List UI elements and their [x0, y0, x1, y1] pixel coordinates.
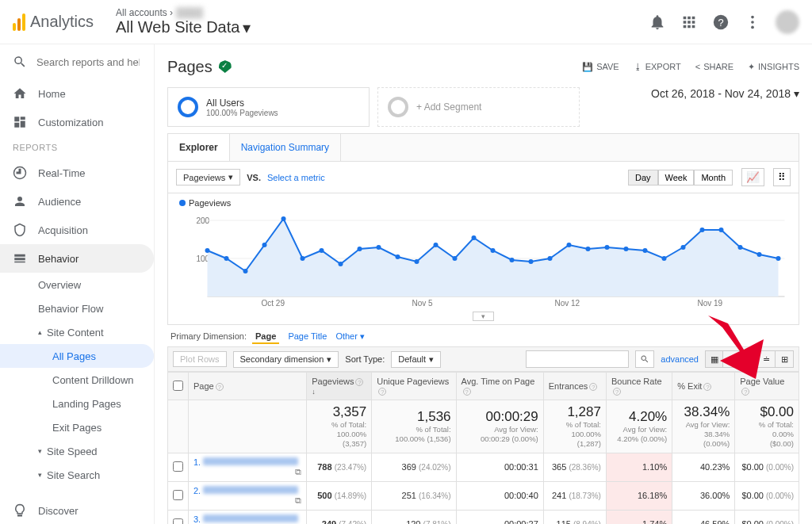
nav-site-speed[interactable]: ▾Site Speed: [0, 439, 154, 463]
table-search-input[interactable]: [526, 350, 629, 368]
cell-page[interactable]: 2. ⧉: [189, 481, 307, 510]
secondary-dimension-dropdown[interactable]: Secondary dimension ▾: [233, 351, 339, 368]
view-pie-icon[interactable]: ◔: [723, 351, 741, 367]
product-logo[interactable]: Analytics: [13, 13, 94, 31]
page-path-redacted: [203, 457, 298, 465]
dim-page-title[interactable]: Page Title: [288, 331, 327, 341]
apps-grid-icon[interactable]: [680, 13, 698, 31]
help-icon[interactable]: ?: [378, 388, 386, 396]
view-comparison-icon[interactable]: ≐: [758, 351, 776, 367]
help-icon[interactable]: ?: [463, 388, 471, 396]
granularity-month[interactable]: Month: [694, 170, 733, 186]
view-table-icon[interactable]: ▦: [706, 351, 723, 367]
cell-pagevalue: $0.00 (0.00%): [735, 510, 799, 524]
sort-type-dropdown[interactable]: Default ▾: [391, 351, 441, 368]
nav-behavior[interactable]: Behavior: [0, 244, 154, 273]
col-page[interactable]: Page?: [189, 373, 307, 400]
row-checkbox[interactable]: [173, 518, 183, 524]
user-avatar[interactable]: [776, 10, 799, 34]
chart-type-motion-icon[interactable]: ⠿: [773, 168, 791, 186]
breadcrumb[interactable]: All accounts › ████ All Web Site Data ▾: [116, 7, 251, 37]
table-row[interactable]: 1. ⧉788 (23.47%)369 (24.02%)00:00:31365 …: [168, 453, 799, 481]
view-performance-icon[interactable]: ≡: [741, 351, 758, 367]
nav-audience[interactable]: Audience: [0, 187, 154, 216]
nav-home[interactable]: Home: [0, 79, 154, 108]
dim-other[interactable]: Other ▾: [335, 331, 365, 341]
nav-all-pages[interactable]: All Pages: [0, 344, 154, 368]
date-range-picker[interactable]: Oct 26, 2018 - Nov 24, 2018 ▾: [651, 87, 799, 100]
col-pagevalue[interactable]: Page Value?: [735, 373, 799, 400]
col-checkbox: [168, 373, 189, 400]
granularity-week[interactable]: Week: [658, 170, 695, 186]
nav-landing-pages[interactable]: Landing Pages: [0, 392, 154, 415]
help-icon[interactable]: ?: [216, 383, 224, 391]
nav-exit-pages[interactable]: Exit Pages: [0, 415, 154, 439]
help-icon[interactable]: ?: [613, 388, 621, 396]
granularity-day[interactable]: Day: [628, 170, 658, 186]
cell-page[interactable]: 1. ⧉: [189, 453, 307, 481]
table-row[interactable]: 3. ⧉249 (7.42%)120 (7.81%)00:00:27115 (8…: [168, 510, 799, 524]
external-link-icon[interactable]: ⧉: [295, 495, 301, 506]
export-button[interactable]: ⭳EXPORT: [634, 62, 681, 72]
nav-content-drilldown[interactable]: Content Drilldown: [0, 368, 154, 392]
table-row[interactable]: 2. ⧉500 (14.89%)251 (16.34%)00:00:40241 …: [168, 481, 799, 510]
help-icon[interactable]: ?: [741, 388, 749, 396]
view-selector[interactable]: All Web Site Data ▾: [116, 18, 251, 37]
cell-exit: 36.00%: [672, 481, 735, 510]
clock-icon: [13, 166, 27, 180]
help-icon[interactable]: ?: [589, 383, 597, 391]
row-checkbox[interactable]: [173, 461, 183, 472]
chart-type-line-icon[interactable]: 📈: [741, 168, 764, 186]
svg-point-32: [662, 256, 667, 261]
row-checkbox[interactable]: [173, 490, 183, 500]
tab-explorer[interactable]: Explorer: [168, 134, 230, 161]
advanced-filter-link[interactable]: advanced: [661, 354, 699, 364]
external-link-icon[interactable]: ⧉: [295, 467, 301, 477]
tab-navigation-summary[interactable]: Navigation Summary: [230, 134, 341, 161]
insights-button[interactable]: ✦INSIGHTS: [748, 62, 799, 72]
sidebar-search[interactable]: [0, 44, 154, 79]
select-all-checkbox[interactable]: [173, 381, 183, 391]
col-bounce[interactable]: Bounce Rate?: [606, 373, 672, 400]
nav-behavior-flow[interactable]: Behavior Flow: [0, 296, 154, 320]
dim-page[interactable]: Page: [252, 330, 279, 344]
search-input[interactable]: [36, 56, 140, 68]
nav-site-search[interactable]: ▾Site Search: [0, 463, 154, 487]
segment-name: All Users: [206, 98, 278, 109]
home-icon: [13, 86, 27, 101]
nav-realtime[interactable]: Real-Time: [0, 159, 154, 187]
add-segment[interactable]: + Add Segment: [377, 87, 580, 127]
pageviews-chart[interactable]: 200 100 Oct 29 Nov 5 Nov 12 Nov 19: [179, 208, 787, 307]
col-entrances[interactable]: Entrances?: [543, 373, 606, 400]
col-exit[interactable]: % Exit?: [672, 373, 735, 400]
notifications-icon[interactable]: [649, 13, 666, 31]
nav-customization[interactable]: Customization: [0, 108, 154, 136]
cell-page[interactable]: 3. ⧉: [189, 510, 307, 524]
chart-expand-handle[interactable]: ▾: [473, 312, 494, 321]
primary-metric-dropdown[interactable]: Pageviews▾: [176, 169, 240, 186]
help-icon[interactable]: ?: [703, 383, 711, 391]
help-icon[interactable]: ?: [712, 13, 730, 31]
total-entrances: 1,287: [549, 404, 601, 420]
save-button[interactable]: 💾SAVE: [582, 62, 619, 72]
plot-rows-button[interactable]: Plot Rows: [173, 351, 227, 367]
nav-label: Home: [38, 88, 66, 100]
svg-point-2: [751, 15, 754, 18]
caret-down-icon: ▾: [38, 447, 42, 455]
col-pageviews[interactable]: Pageviews? ↓: [307, 373, 372, 400]
col-avgtime[interactable]: Avg. Time on Page?: [456, 373, 543, 400]
nav-acquisition[interactable]: Acquisition: [0, 216, 154, 244]
table-search-button[interactable]: [635, 350, 654, 368]
more-vert-icon[interactable]: [744, 13, 761, 31]
search-icon: [640, 354, 649, 364]
nav-discover[interactable]: Discover: [0, 496, 154, 524]
view-pivot-icon[interactable]: ⊞: [776, 351, 793, 367]
nav-site-content[interactable]: ▴Site Content: [0, 320, 154, 344]
svg-point-11: [262, 243, 267, 247]
col-unique[interactable]: Unique Pageviews?: [372, 373, 456, 400]
select-metric-link[interactable]: Select a metric: [267, 173, 325, 182]
nav-behavior-overview[interactable]: Overview: [0, 273, 154, 296]
help-icon[interactable]: ?: [355, 378, 363, 386]
share-button[interactable]: <SHARE: [695, 62, 733, 72]
segment-all-users[interactable]: All Users 100.00% Pageviews: [167, 87, 370, 127]
